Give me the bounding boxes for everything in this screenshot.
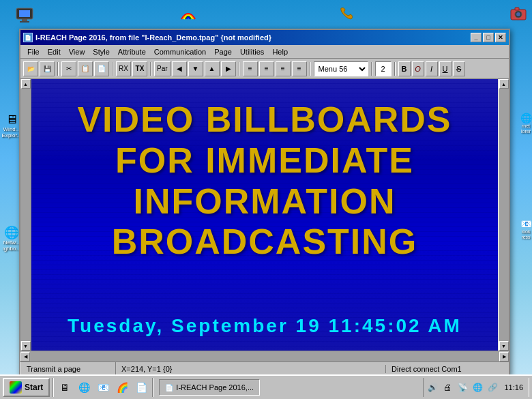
window-title: I-REACH Page 2016, from file "I-Reach_De… xyxy=(35,33,271,42)
toolbar-sep-5 xyxy=(310,62,311,76)
toolbar-arr2[interactable]: ▼ xyxy=(188,61,203,76)
canvas-headline: VIDEO BILLBOARDS FOR IMMEDIATE INFORMATI… xyxy=(31,100,498,263)
minimize-button[interactable]: _ xyxy=(471,33,482,42)
status-connection-value: Direct connect Com1 xyxy=(391,365,462,373)
scrollbar-left[interactable]: ▲ ▼ xyxy=(20,79,31,351)
content-area: ▲ ▼ VIDEO BILLBOARDS FOR IMMEDIATE INFOR… xyxy=(20,79,509,351)
scroll-track-right[interactable] xyxy=(499,89,509,341)
tray-icon-3[interactable]: 📡 xyxy=(456,381,469,394)
toolbar-paste-btn[interactable]: 📄 xyxy=(94,61,109,76)
toolbar-number-input[interactable] xyxy=(375,61,391,76)
scrollbar-bottom[interactable]: ◀ ▶ xyxy=(20,351,509,361)
toolbar-sep-6 xyxy=(371,62,372,76)
taskbar-icon-1[interactable]: 🖥 xyxy=(57,379,73,396)
toolbar-align2[interactable]: ≡ xyxy=(259,61,274,76)
menu-communication[interactable]: Communication xyxy=(150,46,210,57)
status-transmit-label: Transmit a page xyxy=(27,365,80,373)
taskbar-quick-launch: 🖥 🌐 📧 🌈 📄 xyxy=(57,379,149,396)
taskbar-tray: 🔊 🖨 📡 🌐 🔗 11:16 xyxy=(423,378,529,397)
toolbar-cut-btn[interactable]: ✂ xyxy=(61,61,76,76)
toolbar-bold-btn[interactable]: B xyxy=(398,61,411,76)
scroll-track-bottom[interactable] xyxy=(30,351,499,361)
menu-style[interactable]: Style xyxy=(89,46,113,57)
taskbar-icon-3[interactable]: 📧 xyxy=(95,379,111,396)
scroll-left-btn[interactable]: ◀ xyxy=(20,352,30,361)
toolbar-arr3[interactable]: ▲ xyxy=(205,61,220,76)
toolbar-align1[interactable]: ≡ xyxy=(243,61,258,76)
toolbar-menu-select[interactable]: Menu 56 xyxy=(314,61,368,76)
toolbar-italic-btn[interactable]: I xyxy=(426,61,438,76)
toolbar-align4[interactable]: ≡ xyxy=(292,61,307,76)
toolbar-tx-btn[interactable]: TX xyxy=(132,61,147,76)
menu-help[interactable]: Help xyxy=(268,46,292,57)
menu-bar: File Edit View Style Attribute Communica… xyxy=(20,45,509,59)
taskbar-tasks: 📄 I-REACH Page 2016,... xyxy=(156,379,422,396)
desktop-icon-phone[interactable] xyxy=(334,1,359,26)
tray-icon-2[interactable]: 🖨 xyxy=(441,381,454,394)
app-window: 📄 I-REACH Page 2016, from file "I-Reach_… xyxy=(19,29,510,376)
close-button[interactable]: ✕ xyxy=(495,33,506,42)
taskbar-icon-5[interactable]: 📄 xyxy=(133,379,149,396)
tray-icon-4[interactable]: 🌐 xyxy=(471,381,484,394)
tray-icon-5[interactable]: 🔗 xyxy=(486,381,499,394)
canvas-line3: INFORMATION xyxy=(31,181,498,222)
scroll-up-right-btn[interactable]: ▲ xyxy=(499,79,509,89)
svg-rect-1 xyxy=(19,10,30,17)
menu-attribute[interactable]: Attribute xyxy=(114,46,150,57)
toolbar-strikethrough-btn[interactable]: S xyxy=(453,61,465,76)
menu-page[interactable]: Page xyxy=(210,46,236,57)
toolbar-underline-btn[interactable]: U xyxy=(439,61,452,76)
task-button-ireach[interactable]: 📄 I-REACH Page 2016,... xyxy=(159,379,260,396)
toolbar-sep-2 xyxy=(112,62,113,76)
toolbar: 📂 💾 ✂ 📋 📄 RX TX Par ◀ ▼ ▲ ▶ ≡ ≡ ≡ ≡ Menu… xyxy=(20,59,509,79)
canvas-line1: VIDEO BILLBOARDS xyxy=(31,100,498,141)
desktop-icon-outlook[interactable]: 📧 lookress xyxy=(520,218,532,239)
window-icon: 📄 xyxy=(23,33,33,42)
status-connection: Direct connect Com1 xyxy=(386,365,509,373)
menu-file[interactable]: File xyxy=(23,46,44,57)
toolbar-italic-o-btn[interactable]: O xyxy=(412,61,424,76)
toolbar-open-btn[interactable]: 📂 xyxy=(23,61,38,76)
canvas-datetime: Tuesday, September 19 11:45:02 AM xyxy=(31,315,498,337)
svg-rect-7 xyxy=(515,8,519,10)
taskbar-icon-2[interactable]: 🌐 xyxy=(76,379,92,396)
toolbar-refresh-btn[interactable]: Par xyxy=(154,61,171,76)
toolbar-sep-7 xyxy=(394,62,396,76)
status-coords-value: X=214, Y=1 {0} xyxy=(121,365,172,373)
toolbar-arr1[interactable]: ◀ xyxy=(172,61,187,76)
toolbar-rx-btn[interactable]: RX xyxy=(116,61,131,76)
maximize-button[interactable]: □ xyxy=(483,33,494,42)
toolbar-save-btn[interactable]: 💾 xyxy=(40,61,55,76)
scroll-down-right-btn[interactable]: ▼ xyxy=(499,341,509,351)
desktop-icon-top-left[interactable] xyxy=(12,3,37,27)
window-controls: _ □ ✕ xyxy=(471,33,506,42)
desktop-icon-rainbow[interactable] xyxy=(176,3,201,27)
canvas-line2: FOR IMMEDIATE xyxy=(31,141,498,181)
task-button-label: I-REACH Page 2016,... xyxy=(176,383,254,391)
status-bar: Transmit a page X=214, Y=1 {0} Direct co… xyxy=(20,361,509,375)
start-label: Start xyxy=(25,383,43,392)
menu-view[interactable]: View xyxy=(65,46,89,57)
menu-edit[interactable]: Edit xyxy=(44,46,65,57)
taskbar-separator-2 xyxy=(152,378,153,397)
toolbar-sep-4 xyxy=(239,62,240,76)
desktop-icon-ie[interactable]: 🌐 rnetlorer xyxy=(520,113,532,134)
title-bar: 📄 I-REACH Page 2016, from file "I-Reach_… xyxy=(20,30,509,45)
scroll-up-btn[interactable]: ▲ xyxy=(21,79,31,89)
toolbar-copy-btn[interactable]: 📋 xyxy=(78,61,93,76)
tray-icon-1[interactable]: 🔊 xyxy=(426,381,439,394)
scroll-track-left[interactable] xyxy=(20,89,31,341)
scroll-right-btn[interactable]: ▶ xyxy=(499,352,509,361)
toolbar-sep-3 xyxy=(150,62,151,76)
taskbar-icon-4[interactable]: 🌈 xyxy=(114,379,130,396)
svg-point-6 xyxy=(516,12,520,16)
toolbar-align3[interactable]: ≡ xyxy=(276,61,291,76)
menu-utilities[interactable]: Utilities xyxy=(236,46,268,57)
desktop-icon-camera[interactable] xyxy=(506,1,531,26)
start-button[interactable]: Start xyxy=(3,378,50,397)
toolbar-arr4[interactable]: ▶ xyxy=(221,61,236,76)
scrollbar-right[interactable]: ▲ ▼ xyxy=(498,79,509,351)
scroll-down-btn[interactable]: ▼ xyxy=(21,341,31,351)
status-transmit: Transmit a page xyxy=(20,362,116,375)
main-canvas: VIDEO BILLBOARDS FOR IMMEDIATE INFORMATI… xyxy=(31,79,498,351)
